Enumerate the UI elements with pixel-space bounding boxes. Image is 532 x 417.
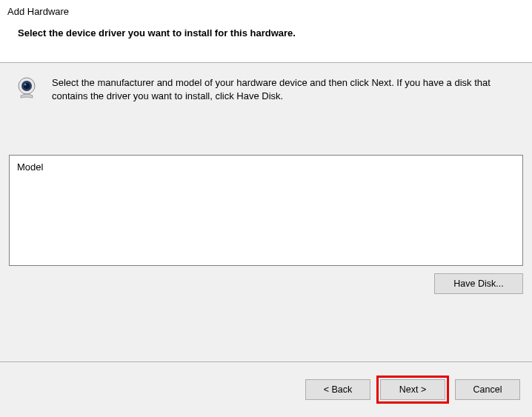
- footer: < Back Next > Cancel: [0, 362, 532, 417]
- page-subtitle: Select the device driver you want to ins…: [7, 27, 525, 39]
- window-title: Add Hardware: [7, 6, 525, 17]
- body: Select the manufacturer and model of you…: [0, 63, 532, 361]
- svg-point-3: [24, 84, 27, 86]
- model-listbox[interactable]: Model: [9, 155, 523, 266]
- next-button[interactable]: Next >: [380, 379, 445, 400]
- add-hardware-wizard: Add Hardware Select the device driver yo…: [0, 0, 532, 417]
- instruction-text: Select the manufacturer and model of you…: [52, 76, 516, 103]
- header: Add Hardware Select the device driver yo…: [0, 0, 532, 39]
- next-button-highlight: Next >: [376, 376, 449, 404]
- back-button[interactable]: < Back: [305, 379, 370, 400]
- have-disk-button[interactable]: Have Disk...: [434, 273, 523, 294]
- have-disk-row: Have Disk...: [9, 273, 523, 294]
- model-column-header: Model: [17, 161, 515, 173]
- cancel-button[interactable]: Cancel: [455, 379, 520, 400]
- instruction-row: Select the manufacturer and model of you…: [9, 76, 523, 103]
- webcam-icon: [15, 76, 39, 100]
